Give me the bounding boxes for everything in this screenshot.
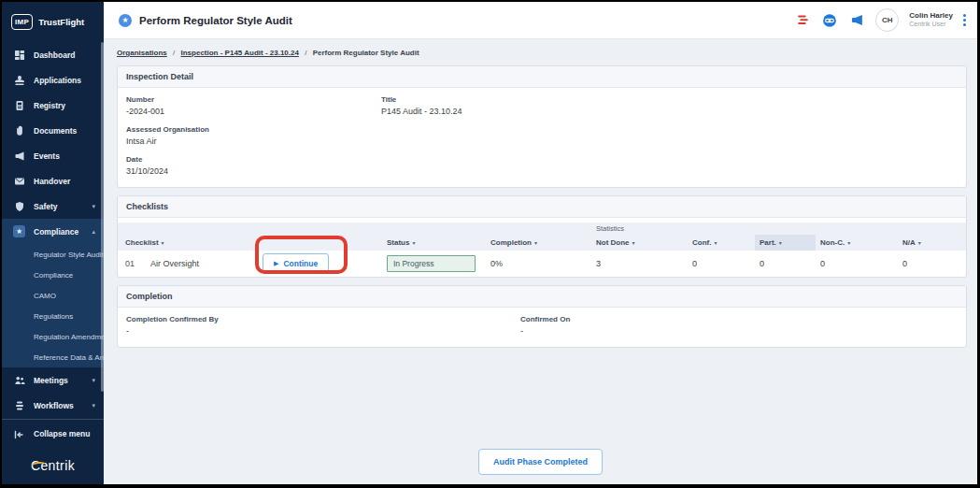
shield-icon xyxy=(13,200,25,212)
sidebar-subitem-compliance[interactable]: Compliance xyxy=(2,265,104,285)
part-value: 0 xyxy=(760,259,820,268)
dashboard-icon xyxy=(13,49,25,61)
content-area: Organisations / Inspection - P145 Audit … xyxy=(104,39,977,484)
page-title: Perform Regulator Style Audit xyxy=(139,15,292,26)
brand-name: TrustFlight xyxy=(38,17,84,27)
conf-value: 0 xyxy=(692,259,760,268)
field-label-title: Title xyxy=(381,95,958,104)
sidebar-item-label: Dashboard xyxy=(34,50,75,60)
sidebar-item-label: Documents xyxy=(34,126,77,136)
column-header-completion[interactable]: Completion xyxy=(490,235,596,251)
continue-button[interactable]: ▶ Continue xyxy=(263,253,329,274)
sidebar-item-meetings[interactable]: Meetings ▾ xyxy=(2,367,104,393)
collapse-menu-button[interactable]: Collapse menu xyxy=(2,419,104,447)
completion-card: Completion Completion Confirmed By - Con… xyxy=(117,285,967,348)
sidebar-item-handover[interactable]: Handover xyxy=(2,168,104,194)
chevron-down-icon: ▾ xyxy=(92,203,95,210)
topbar: ★ Perform Regulator Style Audit CH Colin… xyxy=(104,2,977,39)
sidebar-item-label: Safety xyxy=(34,202,58,211)
audit-star-icon: ★ xyxy=(119,14,132,27)
user-name: Colin Harley xyxy=(909,11,953,21)
sidebar-item-applications[interactable]: Applications xyxy=(2,67,104,93)
centrik-logo: Centrik xyxy=(2,447,104,484)
envelope-icon xyxy=(13,175,25,187)
sidebar-subitem-regulations[interactable]: Regulations xyxy=(2,306,104,326)
card-title: Checklists xyxy=(118,196,966,218)
chevron-down-icon: ▾ xyxy=(92,377,95,384)
avatar[interactable]: CH xyxy=(875,8,899,32)
column-header-part[interactable]: Part. xyxy=(755,235,816,251)
completion-value: 0% xyxy=(490,259,596,268)
sidebar-subitem-regulator-style-audits[interactable]: Regulator Style Audits xyxy=(2,244,104,265)
checklist-name: Air Oversight xyxy=(150,259,263,268)
overflow-menu-icon[interactable] xyxy=(963,12,966,28)
sidebar-item-workflows[interactable]: Workflows ▾ xyxy=(2,393,104,418)
sidebar-item-safety[interactable]: Safety ▾ xyxy=(2,194,104,219)
field-label-assessed-organisation: Assessed Organisation xyxy=(126,125,958,134)
checklist-number: 01 xyxy=(125,259,150,268)
people-icon xyxy=(13,374,25,386)
stamp-icon xyxy=(13,74,25,86)
sidebar-item-documents[interactable]: Documents xyxy=(2,118,104,143)
not-done-value: 3 xyxy=(596,259,692,268)
breadcrumb: Organisations / Inspection - P145 Audit … xyxy=(117,49,967,57)
field-label-number: Number xyxy=(126,95,381,104)
play-icon: ▶ xyxy=(274,260,278,267)
card-title: Completion xyxy=(118,286,966,308)
sidebar-subitem-camo[interactable]: CAMO xyxy=(2,285,104,306)
field-value-title: P145 Audit - 23.10.24 xyxy=(381,107,958,116)
breadcrumb-separator: / xyxy=(305,49,306,57)
sidebar-item-events[interactable]: Events xyxy=(2,143,104,168)
sidebar-item-label: Events xyxy=(34,151,60,161)
field-value-confirmed-on: - xyxy=(520,326,958,336)
brand-logo[interactable]: IMP TrustFlight xyxy=(2,2,104,42)
sidebar-item-label: Meetings xyxy=(34,376,68,385)
table-header-row: Checklist Status Completion Statistics N… xyxy=(118,222,966,251)
field-value-number: -2024-001 xyxy=(126,107,381,116)
sidebar-subitem-regulation-amendments[interactable]: Regulation Amendments xyxy=(2,326,104,347)
column-header-not-done[interactable]: Not Done xyxy=(596,235,692,251)
field-label-completion-confirmed-by: Completion Confirmed By xyxy=(126,315,520,323)
card-title: Inspection Detail xyxy=(118,66,966,88)
announcement-megaphone-icon[interactable] xyxy=(848,12,865,29)
chevron-up-icon: ▴ xyxy=(92,228,95,236)
statistics-group-label: Statistics xyxy=(596,222,692,235)
checklists-table: Checklist Status Completion Statistics N… xyxy=(118,222,966,277)
sidebar-nav: Dashboard Applications Registry Document… xyxy=(2,42,104,419)
status-badge: In Progress xyxy=(387,255,476,272)
column-header-checklist[interactable]: Checklist xyxy=(125,235,263,251)
sidebar-item-label: Registry xyxy=(34,101,65,110)
sidebar-item-compliance[interactable]: ★ Compliance ▴ xyxy=(2,219,104,244)
column-header-na[interactable]: N/A xyxy=(902,235,966,251)
sidebar-item-label: Compliance xyxy=(34,227,78,237)
sidebar-item-label: Handover xyxy=(34,177,70,186)
paperclip-icon xyxy=(13,124,25,136)
column-header-conf[interactable]: Conf. xyxy=(692,235,760,251)
sidebar-item-dashboard[interactable]: Dashboard xyxy=(2,42,104,67)
table-row: 01 Air Oversight ▶ Continue In Progress … xyxy=(118,251,966,277)
checklists-card: Checklists Checklist Status Completion S… xyxy=(117,195,967,278)
na-value: 0 xyxy=(902,259,966,268)
breadcrumb-organisations[interactable]: Organisations xyxy=(117,49,167,57)
badge-star-icon: ★ xyxy=(13,225,25,237)
breadcrumb-separator: / xyxy=(173,49,175,57)
column-header-status[interactable]: Status xyxy=(387,235,490,251)
field-value-date: 31/10/2024 xyxy=(126,166,958,176)
collapse-menu-label: Collapse menu xyxy=(34,429,90,438)
audit-phase-completed-button[interactable]: Audit Phase Completed xyxy=(478,449,603,475)
red-queue-icon[interactable] xyxy=(794,12,811,29)
megaphone-icon xyxy=(13,150,25,162)
sidebar-item-label: Applications xyxy=(34,76,81,85)
field-value-completion-confirmed-by: - xyxy=(126,326,520,336)
sidebar-item-label: Workflows xyxy=(34,401,74,410)
registry-icon xyxy=(13,99,25,111)
breadcrumb-inspection[interactable]: Inspection - P145 Audit - 23.10.24 xyxy=(181,49,299,57)
column-header-non-c[interactable]: Non-C. xyxy=(820,235,902,251)
breadcrumb-current: Perform Regulator Style Audit xyxy=(313,49,419,57)
link-icon[interactable] xyxy=(821,12,838,29)
sidebar-item-registry[interactable]: Registry xyxy=(2,93,104,118)
inspection-detail-card: Inspection Detail Number -2024-001 Title… xyxy=(117,65,967,188)
sidebar-subitem-reference-data[interactable]: Reference Data & Ana... xyxy=(2,347,104,367)
collapse-arrow-icon xyxy=(13,427,25,439)
non-c-value: 0 xyxy=(820,259,902,268)
